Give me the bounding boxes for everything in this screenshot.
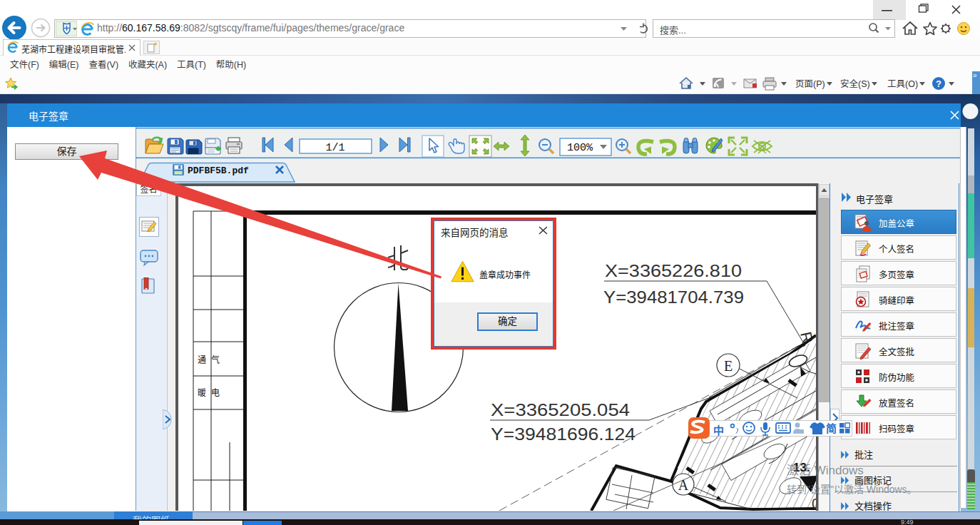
svg-text:Y=39481696.124: Y=39481696.124 xyxy=(491,424,636,444)
svg-text:A: A xyxy=(678,477,689,493)
svg-text:简: 简 xyxy=(826,422,837,434)
svg-text:页面(P): 页面(P) xyxy=(795,79,825,89)
svg-text:通: 通 xyxy=(198,355,206,365)
svg-text:安全(S): 安全(S) xyxy=(840,78,870,89)
svg-text:100%: 100% xyxy=(567,142,593,154)
svg-text:X=3365226.810: X=3365226.810 xyxy=(605,261,742,280)
svg-text:1/1: 1/1 xyxy=(325,142,344,154)
svg-text:气: 气 xyxy=(211,355,220,365)
svg-text:Y=39481704.739: Y=39481704.739 xyxy=(603,287,744,307)
svg-text:暖: 暖 xyxy=(198,388,206,398)
svg-text:E: E xyxy=(724,358,733,374)
svg-text:工具(O): 工具(O) xyxy=(887,79,918,89)
svg-text:?: ? xyxy=(936,78,941,89)
svg-text:电: 电 xyxy=(211,388,220,398)
svg-text:0: 0 xyxy=(812,496,816,511)
svg-text:X=3365205.054: X=3365205.054 xyxy=(491,400,630,419)
svg-text:PDFBF5B.pdf: PDFBF5B.pdf xyxy=(188,165,249,176)
